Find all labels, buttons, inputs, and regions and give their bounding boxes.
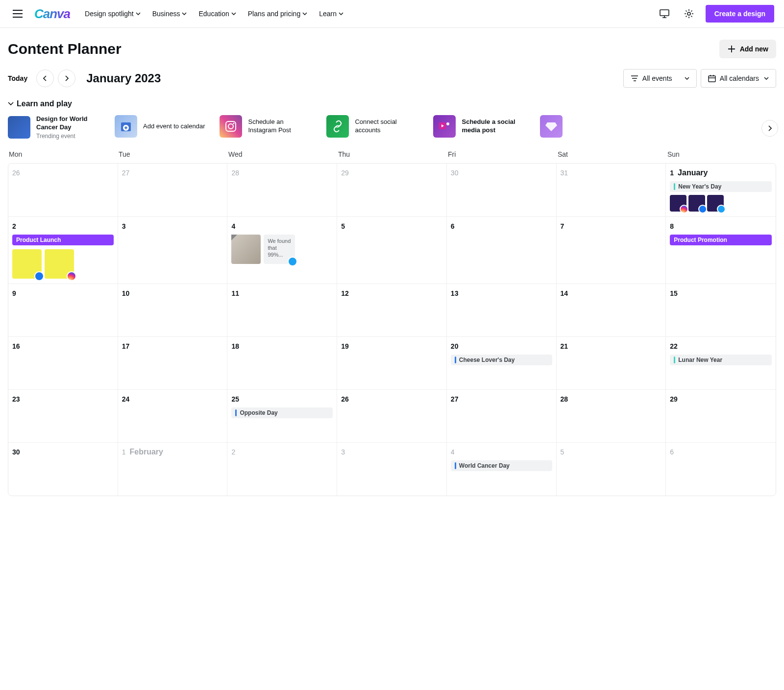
day-cell[interactable]: 27 (118, 164, 228, 217)
nav-plans-pricing[interactable]: Plans and pricing (248, 10, 307, 18)
scroll-right-button[interactable] (761, 120, 778, 137)
day-cell[interactable]: 24 (118, 390, 228, 443)
day-cell[interactable]: 9 (8, 284, 118, 337)
desktop-icon[interactable] (657, 6, 672, 22)
calendar-grid: 2627282930311JanuaryNew Year's Day2Produ… (8, 163, 776, 496)
day-cell[interactable]: 1February (118, 443, 228, 496)
scheduled-post-thumb[interactable] (12, 249, 42, 279)
event-pill[interactable]: Opposite Day (231, 407, 333, 418)
card-instagram-post[interactable]: Schedule an Instagram Post (220, 115, 312, 138)
next-month-button[interactable] (58, 70, 75, 87)
day-cell[interactable]: 27 (447, 390, 557, 443)
calendars-filter-dropdown[interactable]: All calendars (701, 69, 776, 88)
month-label: January 2023 (86, 71, 161, 85)
chevron-right-icon (65, 75, 69, 81)
prev-month-button[interactable] (36, 70, 54, 87)
day-cell[interactable]: 2Product Launch (8, 217, 118, 284)
chevron-left-icon (43, 75, 47, 81)
day-cell[interactable]: 17 (118, 337, 228, 390)
day-cell[interactable]: 23 (8, 390, 118, 443)
day-cell[interactable]: 12 (337, 284, 447, 337)
day-cell[interactable]: 26 (337, 390, 447, 443)
day-cell[interactable]: 4We found that 99%... (227, 217, 337, 284)
instagram-icon (220, 115, 242, 138)
add-new-button[interactable]: Add new (719, 40, 776, 58)
svg-rect-0 (660, 10, 669, 16)
event-pill[interactable]: Product Launch (12, 235, 114, 245)
filter-icon (631, 75, 638, 82)
day-cell[interactable]: 5 (337, 217, 447, 284)
chevron-down-icon (685, 77, 689, 80)
day-cell[interactable]: 8Product Promotion (666, 217, 776, 284)
card-social-media-post[interactable]: Schedule a social media post (433, 115, 525, 138)
events-filter-dropdown[interactable]: All events (623, 69, 697, 88)
day-cell[interactable]: 1JanuaryNew Year's Day (666, 164, 776, 217)
day-cell[interactable]: 3 (337, 443, 447, 496)
nav-business[interactable]: Business (152, 10, 187, 18)
day-cell[interactable]: 19 (337, 337, 447, 390)
nav-learn[interactable]: Learn (319, 10, 343, 18)
day-cell[interactable]: 4World Cancer Day (447, 443, 557, 496)
learn-section-toggle[interactable]: Learn and play (8, 99, 776, 108)
chevron-down-icon (764, 77, 769, 80)
day-cell[interactable]: 11 (227, 284, 337, 337)
day-cell[interactable]: 5 (557, 443, 666, 496)
day-cell[interactable]: 10 (118, 284, 228, 337)
card-pro-sparkle[interactable] (540, 115, 563, 138)
day-cell[interactable]: 18 (227, 337, 337, 390)
chevron-down-icon (8, 102, 14, 106)
day-cell[interactable]: 30 (8, 443, 118, 496)
day-cell[interactable]: 13 (447, 284, 557, 337)
event-pill[interactable]: Product Promotion (670, 235, 772, 245)
card-connect-social[interactable]: Connect social accounts (326, 115, 418, 138)
day-cell[interactable]: 28 (557, 390, 666, 443)
day-cell[interactable]: 3 (118, 217, 228, 284)
diamond-icon (540, 115, 563, 138)
day-cell[interactable]: 25Opposite Day (227, 390, 337, 443)
nav-design-spotlight[interactable]: Design spotlight (85, 10, 141, 18)
event-pill[interactable]: New Year's Day (670, 181, 772, 192)
create-design-button[interactable]: Create a design (706, 5, 774, 23)
day-cell[interactable]: 28 (227, 164, 337, 217)
svg-rect-2 (709, 76, 715, 82)
day-cell[interactable]: 29 (337, 164, 447, 217)
event-pill[interactable]: World Cancer Day (451, 460, 552, 471)
today-button[interactable]: Today (8, 74, 27, 82)
day-cell[interactable]: 20Cheese Lover's Day (447, 337, 557, 390)
card-thumb (8, 116, 30, 139)
day-cell[interactable]: 14 (557, 284, 666, 337)
event-pill[interactable]: Lunar New Year (670, 355, 772, 365)
topbar: Canva Design spotlight Business Educatio… (0, 0, 784, 28)
event-pill[interactable]: Cheese Lover's Day (451, 355, 552, 365)
day-cell[interactable]: 29 (666, 390, 776, 443)
day-cell[interactable]: 6 (447, 217, 557, 284)
gear-icon[interactable] (681, 6, 697, 22)
day-cell[interactable]: 16 (8, 337, 118, 390)
plus-icon (727, 45, 736, 53)
day-cell[interactable]: 22Lunar New Year (666, 337, 776, 390)
card-thumb (433, 115, 456, 138)
svg-point-1 (687, 12, 690, 15)
card-thumb (115, 115, 137, 138)
scheduled-post-thumb[interactable] (688, 195, 705, 212)
day-cell[interactable]: 30 (447, 164, 557, 217)
scheduled-post-thumb[interactable] (670, 195, 686, 212)
day-cell[interactable]: 2 (227, 443, 337, 496)
nav-education[interactable]: Education (198, 10, 236, 18)
day-cell[interactable]: 6 (666, 443, 776, 496)
day-cell[interactable]: 15 (666, 284, 776, 337)
card-add-event[interactable]: Add event to calendar (115, 115, 205, 138)
draft-post-thumb[interactable] (231, 235, 261, 264)
scheduled-post-thumb[interactable] (45, 249, 74, 279)
canva-logo[interactable]: Canva (34, 6, 70, 22)
scheduled-tweet[interactable]: We found that 99%... (264, 235, 295, 264)
day-cell[interactable]: 21 (557, 337, 666, 390)
day-cell[interactable]: 7 (557, 217, 666, 284)
chevron-right-icon (768, 125, 772, 131)
scheduled-post-thumb[interactable] (707, 195, 724, 212)
svg-point-6 (228, 124, 233, 129)
card-world-cancer-day[interactable]: Design for World Cancer Day Trending eve… (8, 115, 100, 140)
day-cell[interactable]: 31 (557, 164, 666, 217)
hamburger-icon[interactable] (10, 6, 25, 22)
day-cell[interactable]: 26 (8, 164, 118, 217)
